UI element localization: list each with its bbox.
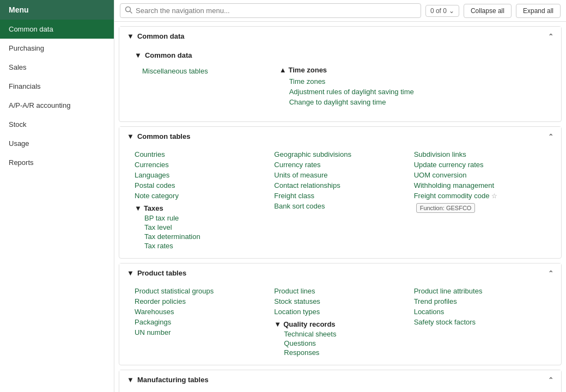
link-product-lines[interactable]: Product lines (274, 286, 413, 296)
link-stock-statuses[interactable]: Stock statuses (274, 296, 413, 307)
quality-records-subsection: ▼ Quality records Technical sheets Quest… (274, 319, 413, 357)
collapse-all-button[interactable]: Collapse all (464, 4, 512, 18)
link-subdivision-links[interactable]: Subdivision links (414, 149, 553, 160)
link-adjustment-rules[interactable]: Adjustment rules of daylight saving time (289, 87, 553, 97)
star-icon[interactable]: ☆ (491, 192, 497, 200)
quality-records-label: Quality records (283, 320, 335, 328)
link-reorder-policies[interactable]: Reorder policies (135, 296, 274, 307)
link-uom-conversion[interactable]: UOM conversion (414, 170, 553, 180)
section-common-tables-header[interactable]: ▼ Common tables ⌃ (119, 127, 561, 146)
tz-label: Time zones (289, 66, 327, 74)
link-responses[interactable]: Responses (284, 348, 413, 357)
link-withholding-management[interactable]: Withholding management (414, 180, 553, 191)
collapse-icon: ⌃ (548, 376, 553, 384)
sidebar-item-purchasing[interactable]: Purchasing (0, 39, 114, 58)
sidebar-item-reports[interactable]: Reports (0, 153, 114, 172)
expand-all-button[interactable]: Expand all (516, 4, 561, 18)
sidebar-item-sales[interactable]: Sales (0, 58, 114, 77)
main-area: 0 of 0 ⌄ Collapse all Expand all ▼ Commo… (114, 0, 566, 392)
section-manufacturing-tables-header[interactable]: ▼ Manufacturing tables ⌃ (119, 370, 561, 389)
chevron-down-icon: ▼ (135, 51, 142, 59)
link-technical-sheets[interactable]: Technical sheets (284, 329, 413, 339)
sidebar-item-ap-ar[interactable]: A/P-A/R accounting (0, 96, 114, 115)
link-contact-relationships[interactable]: Contact relationships (274, 180, 413, 191)
link-packagings[interactable]: Packagings (135, 317, 274, 327)
menu-label: Menu (9, 5, 29, 14)
chevron-down-icon: ▼ (127, 32, 134, 40)
taxes-subsection: ▼ Taxes BP tax rule Tax level Tax determ… (135, 203, 274, 250)
counter-value: 0 of 0 (430, 7, 447, 15)
link-un-number[interactable]: UN number (135, 327, 274, 338)
subsection-common-data-body: Miscellaneous tables ▲ Time zones Ti (135, 62, 553, 111)
link-freight-class[interactable]: Freight class (274, 191, 413, 201)
link-product-line-attributes[interactable]: Product line attributes (414, 286, 553, 296)
chevron-down-icon: ⌄ (449, 7, 454, 15)
search-input[interactable] (136, 7, 416, 15)
section-common-data-title: Common data (137, 32, 185, 40)
tz-header[interactable]: ▲ Time zones (279, 65, 553, 76)
section-common-tables-content: Countries Currencies Languages Postal co… (119, 146, 561, 258)
content-area: ▼ Common data ⌃ ▼ Common data Miscellan (114, 22, 566, 392)
section-common-data-header[interactable]: ▼ Common data ⌃ (119, 27, 561, 46)
chevron-down-icon: ▼ (135, 204, 142, 212)
section-common-data: ▼ Common data ⌃ ▼ Common data Miscellan (119, 26, 562, 122)
section-product-tables-title: Product tables (137, 269, 186, 277)
link-countries[interactable]: Countries (135, 149, 274, 160)
subsection-common-data: ▼ Common data Miscellaneous tables ▲ (135, 48, 553, 111)
link-bank-sort-codes[interactable]: Bank sort codes (274, 201, 413, 211)
link-note-category[interactable]: Note category (135, 191, 274, 201)
sidebar-item-financials[interactable]: Financials (0, 77, 114, 96)
counter-badge[interactable]: 0 of 0 ⌄ (425, 5, 459, 17)
collapse-icon: ⌃ (548, 270, 553, 277)
section-manufacturing-tables-title: Manufacturing tables (137, 376, 209, 384)
link-trend-profiles[interactable]: Trend profiles (414, 296, 553, 307)
section-common-tables-title: Common tables (137, 132, 191, 140)
collapse-icon: ⌃ (548, 33, 553, 40)
link-time-zones[interactable]: Time zones (289, 76, 553, 87)
section-product-tables: ▼ Product tables ⌃ Product statistical g… (119, 263, 562, 365)
function-badge: Function: GESFCO (416, 203, 476, 213)
menu-header[interactable]: Menu (0, 0, 114, 20)
link-questions[interactable]: Questions (284, 339, 413, 348)
link-units-of-measure[interactable]: Units of measure (274, 170, 413, 180)
sidebar: Menu Common data Purchasing Sales Financ… (0, 0, 114, 392)
link-update-currency-rates[interactable]: Update currency rates (414, 160, 553, 170)
section-common-data-content: ▼ Common data Miscellaneous tables ▲ (119, 46, 561, 121)
chevron-down-icon: ▼ (274, 320, 281, 328)
sidebar-item-usage[interactable]: Usage (0, 134, 114, 153)
link-currencies[interactable]: Currencies (135, 160, 274, 170)
search-icon (125, 6, 132, 15)
sidebar-item-stock[interactable]: Stock (0, 115, 114, 134)
taxes-header[interactable]: ▼ Taxes (135, 203, 274, 213)
section-manufacturing-tables-content: Messages Indirect references Shifts Empl… (119, 389, 561, 392)
link-geographic-subdivisions[interactable]: Geographic subdivisions (274, 149, 413, 160)
link-safety-stock-factors[interactable]: Safety stock factors (414, 317, 553, 327)
link-locations[interactable]: Locations (414, 307, 553, 317)
link-change-daylight[interactable]: Change to daylight saving time (289, 97, 553, 107)
chevron-down-icon: ▼ (127, 376, 134, 384)
link-tax-rates[interactable]: Tax rates (144, 241, 274, 250)
link-tax-level[interactable]: Tax level (144, 223, 274, 232)
section-product-tables-content: Product statistical groups Reorder polic… (119, 283, 561, 365)
chevron-up-icon: ▲ (279, 66, 287, 74)
collapse-icon: ⌃ (548, 133, 553, 140)
section-manufacturing-tables: ▼ Manufacturing tables ⌃ Messages Indire… (119, 370, 562, 392)
link-tax-determination[interactable]: Tax determination (144, 232, 274, 241)
taxes-label: Taxes (144, 204, 163, 212)
chevron-down-icon: ▼ (127, 269, 134, 277)
link-currency-rates[interactable]: Currency rates (274, 160, 413, 170)
link-miscellaneous-tables[interactable]: Miscellaneous tables (142, 65, 208, 77)
link-warehouses[interactable]: Warehouses (135, 307, 274, 317)
link-bp-tax-rule[interactable]: BP tax rule (144, 213, 274, 223)
quality-records-header[interactable]: ▼ Quality records (274, 319, 413, 329)
link-freight-commodity-code[interactable]: Freight commodity code (414, 191, 490, 201)
section-product-tables-header[interactable]: ▼ Product tables ⌃ (119, 264, 561, 283)
link-languages[interactable]: Languages (135, 170, 274, 180)
link-product-statistical-groups[interactable]: Product statistical groups (135, 286, 274, 296)
link-postal-codes[interactable]: Postal codes (135, 180, 274, 191)
subsection-common-data-header[interactable]: ▼ Common data (135, 48, 553, 62)
link-location-types[interactable]: Location types (274, 307, 413, 317)
top-bar: 0 of 0 ⌄ Collapse all Expand all (114, 0, 566, 22)
subsection-common-data-label: Common data (145, 51, 192, 59)
sidebar-item-common-data[interactable]: Common data (0, 20, 114, 39)
